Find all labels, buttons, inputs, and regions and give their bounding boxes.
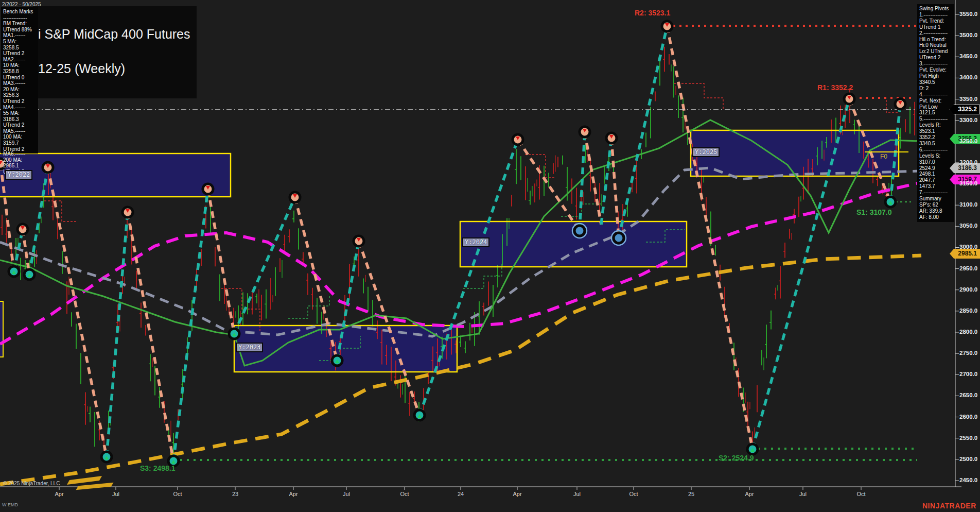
time-tick-label: 23: [232, 491, 238, 497]
price-badge: 2985.1: [950, 249, 980, 259]
year-range-box: [691, 130, 899, 176]
level-label: S3: 2498.1: [140, 464, 176, 472]
year-range-box: [0, 153, 231, 197]
price-tick-label: 2850.0: [959, 308, 977, 314]
price-tick-label: 2950.0: [959, 265, 977, 271]
f0-line-label: F0: [880, 153, 887, 160]
price-tick-label: 2500.0: [959, 456, 977, 462]
price-tick-label: 3000.0: [959, 244, 977, 250]
zigzag-up-leg: [107, 212, 128, 457]
time-tick-label: Apr: [513, 491, 521, 497]
bench-marks-panel: Bench Marks -------------- BM Trend: UTr…: [1, 7, 38, 153]
price-tick-label: 2900.0: [959, 286, 977, 293]
time-tick-label: Oct: [400, 491, 409, 497]
zigzag-up-leg: [601, 138, 611, 225]
price-tick-label: 3050.0: [959, 223, 977, 229]
price-tick-label: 2750.0: [959, 350, 977, 356]
price-tick-label: 3250.0: [959, 138, 977, 144]
year-box-label: Y:2023: [236, 343, 263, 352]
year-range-box: [234, 326, 457, 372]
zigzag-down-leg: [585, 132, 601, 225]
chart-title-line1: i S&P MidCap 400 Futures: [38, 26, 190, 42]
zigzag-down-leg: [23, 229, 29, 275]
price-tick-label: 3500.0: [959, 32, 977, 38]
time-tick-label: Jul: [112, 491, 119, 497]
time-tick-label: Oct: [629, 491, 638, 497]
zigzag-up-leg: [419, 140, 518, 415]
chart-window: 2/2022 - 50/2025 i S&P MidCap 400 Future…: [0, 0, 980, 512]
price-tick-label: 2450.0: [959, 477, 977, 483]
zigzag-up-leg: [619, 26, 667, 238]
copyright-label: © 2025 NinjaTrader, LLC: [3, 481, 60, 486]
zigzag-down-leg: [208, 189, 234, 334]
price-tick-label: 2650.0: [959, 392, 977, 398]
time-tick-label: Apr: [745, 491, 754, 497]
level-label: R2: 3523.1: [635, 9, 670, 17]
price-tick-label: 3300.0: [959, 117, 977, 123]
level-label: R1: 3352.2: [817, 83, 853, 92]
price-tick-label: 2600.0: [959, 414, 977, 420]
indicator-label: W EMD: [2, 502, 18, 507]
time-tick-label: Jul: [343, 491, 350, 497]
swing-pivots-panel: Swing Pivots 1.-------------- Pvt. Trend…: [917, 4, 954, 222]
time-tick-label: Oct: [173, 491, 182, 497]
pivot-low-marker: [574, 226, 585, 236]
price-tick-label: 3550.0: [959, 11, 977, 17]
price-tick-label: 2550.0: [959, 435, 977, 441]
zigzag-up-leg: [173, 189, 208, 461]
price-tick-label: 3350.0: [959, 96, 977, 102]
price-tick-label: 3200.0: [959, 159, 977, 165]
time-tick-label: 24: [458, 491, 464, 497]
trailing-stop-step: [44, 201, 76, 221]
level-label: S1: 3107.0: [856, 208, 892, 216]
trailing-stop-step: [525, 155, 556, 178]
price-tick-label: 3400.0: [959, 74, 977, 80]
price-tick-label: 2700.0: [959, 371, 977, 377]
price-tick-label: 3450.0: [959, 53, 977, 59]
chart-title: i S&P MidCap 400 Futures 12-25 (Weekly): [33, 6, 197, 98]
chart-title-line2: 12-25 (Weekly): [38, 61, 190, 77]
pivot-low-marker: [614, 233, 624, 243]
ninjatrader-logo: NINJATRADER: [922, 502, 976, 510]
time-tick-label: 25: [688, 491, 694, 497]
year-box-label: Y:2022: [5, 170, 32, 180]
price-tick-label: 3100.0: [959, 201, 977, 208]
year-box-label: Y:2024: [462, 237, 489, 247]
level-label: S2: 2524.9: [719, 454, 754, 462]
time-tick-label: Oct: [856, 491, 865, 497]
time-tick-label: Jul: [799, 491, 807, 497]
price-tick-label: 3150.0: [959, 180, 977, 186]
price-badge: 3325.2: [950, 105, 980, 114]
trailing-stop-step: [288, 295, 329, 318]
time-tick-label: Apr: [289, 491, 297, 497]
time-tick-label: Apr: [55, 491, 63, 497]
time-tick-label: Jul: [573, 491, 581, 497]
price-tick-label: 2800.0: [959, 329, 977, 335]
year-box-label: Y:2025: [692, 147, 720, 157]
